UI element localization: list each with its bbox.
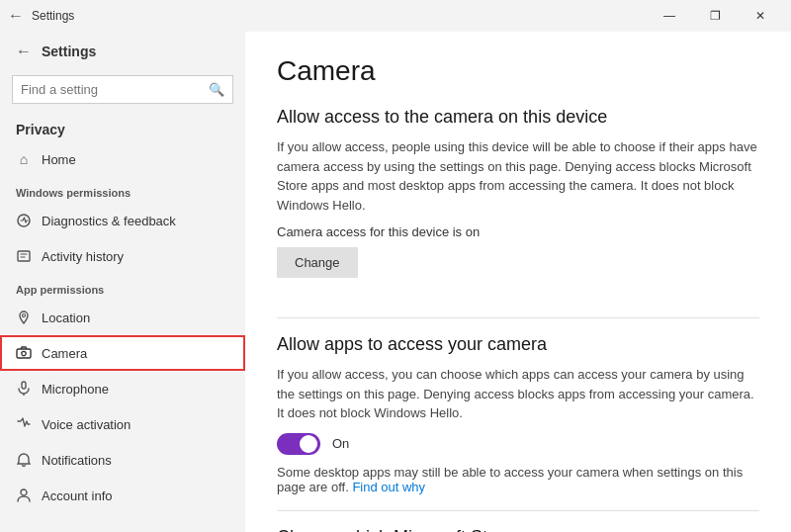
sidebar-item-location-label: Location <box>42 310 90 325</box>
diagnostics-icon <box>16 213 32 228</box>
sidebar-item-voice-label: Voice activation <box>42 417 131 432</box>
svg-point-7 <box>21 489 27 495</box>
camera-icon <box>16 345 32 361</box>
warning-text-content: Some desktop apps may still be able to a… <box>277 465 743 494</box>
svg-rect-1 <box>18 251 30 261</box>
section1-status: Camera access for this device is on <box>277 224 759 239</box>
sidebar-item-activity[interactable]: Activity history <box>0 238 245 274</box>
sidebar-item-diagnostics-label: Diagnostics & feedback <box>42 214 176 228</box>
back-arrow-icon: ← <box>16 43 32 60</box>
title-bar: ← Settings — ❐ ✕ <box>0 0 791 32</box>
minimize-button[interactable]: — <box>647 0 692 32</box>
search-box[interactable]: 🔍 <box>12 75 233 104</box>
sidebar-item-activity-label: Activity history <box>42 249 124 264</box>
title-bar-left: ← Settings <box>8 7 74 25</box>
main-content: Camera Allow access to the camera on thi… <box>245 32 791 532</box>
sidebar-item-microphone-label: Microphone <box>42 382 109 397</box>
section3-heading: Choose which Microsoft Store apps can ac… <box>277 527 759 533</box>
page-title: Camera <box>277 55 759 87</box>
account-icon <box>16 488 32 503</box>
find-out-why-link[interactable]: Find out why <box>352 480 425 494</box>
search-input[interactable] <box>21 82 203 97</box>
section2-desc: If you allow access, you can choose whic… <box>277 365 759 423</box>
voice-icon <box>16 416 32 432</box>
sidebar-item-home-label: Home <box>42 152 76 167</box>
sidebar-item-account[interactable]: Account info <box>0 478 245 513</box>
svg-point-4 <box>22 351 26 355</box>
section2-heading: Allow apps to access your camera <box>277 334 759 355</box>
sidebar-item-notifications[interactable]: Notifications <box>0 442 245 478</box>
privacy-label: Privacy <box>0 116 245 141</box>
title-bar-title: Settings <box>32 9 74 23</box>
app-body: ← Settings 🔍 Privacy ⌂ Home Windows perm… <box>0 32 791 532</box>
toggle-knob <box>300 435 317 453</box>
svg-point-2 <box>23 314 26 317</box>
toggle-label: On <box>332 436 349 451</box>
divider-1 <box>277 317 759 318</box>
warning-text: Some desktop apps may still be able to a… <box>277 465 759 494</box>
search-icon: 🔍 <box>209 82 224 97</box>
sidebar-item-voice[interactable]: Voice activation <box>0 406 245 442</box>
divider-2 <box>277 510 759 511</box>
notifications-icon <box>16 452 32 468</box>
sidebar-item-home[interactable]: ⌂ Home <box>0 141 245 177</box>
sidebar: ← Settings 🔍 Privacy ⌂ Home Windows perm… <box>0 32 245 532</box>
title-bar-controls: — ❐ ✕ <box>647 0 783 32</box>
sidebar-back-button[interactable]: ← Settings <box>0 32 245 71</box>
windows-permissions-label: Windows permissions <box>0 177 245 203</box>
sidebar-item-camera[interactable]: Camera <box>0 335 245 371</box>
close-button[interactable]: ✕ <box>738 0 783 32</box>
location-icon <box>16 310 32 325</box>
change-button[interactable]: Change <box>277 247 358 278</box>
sidebar-item-account-label: Account info <box>42 488 113 503</box>
svg-rect-5 <box>22 382 26 389</box>
sidebar-item-microphone[interactable]: Microphone <box>0 371 245 406</box>
microphone-icon <box>16 381 32 397</box>
section1-heading: Allow access to the camera on this devic… <box>277 107 759 128</box>
sidebar-item-notifications-label: Notifications <box>42 453 112 468</box>
sidebar-item-diagnostics[interactable]: Diagnostics & feedback <box>0 203 245 238</box>
sidebar-item-location[interactable]: Location <box>0 300 245 335</box>
sidebar-item-camera-label: Camera <box>42 346 87 361</box>
svg-rect-3 <box>17 349 31 358</box>
sidebar-title: Settings <box>42 42 96 61</box>
restore-button[interactable]: ❐ <box>692 0 738 32</box>
camera-apps-toggle[interactable] <box>277 433 320 455</box>
section1-desc: If you allow access, people using this d… <box>277 137 759 215</box>
back-icon: ← <box>8 7 24 25</box>
activity-icon <box>16 248 32 264</box>
home-icon: ⌂ <box>16 151 32 167</box>
app-permissions-label: App permissions <box>0 274 245 300</box>
toggle-row: On <box>277 433 759 455</box>
